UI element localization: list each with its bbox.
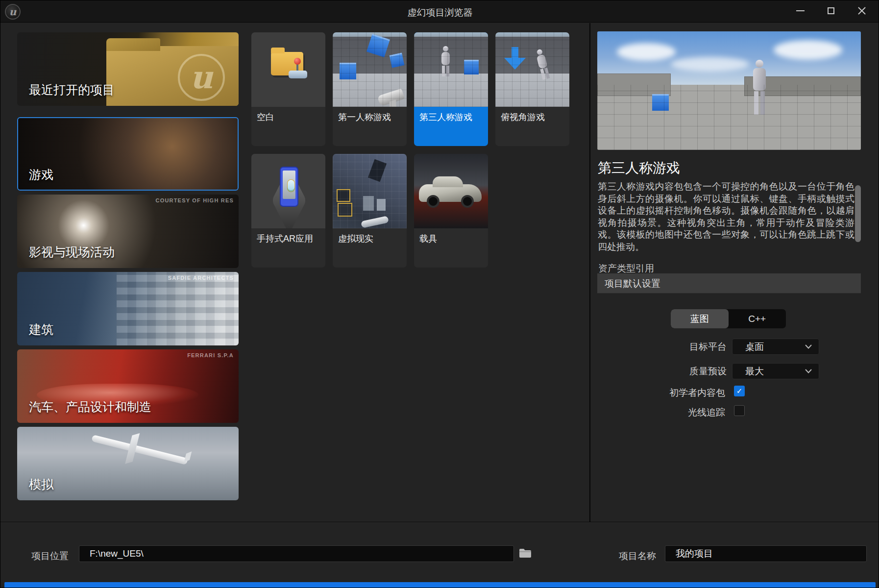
quality-preset-value: 最大 [732, 365, 805, 378]
project-name-input[interactable] [665, 545, 867, 562]
image-credit: COURTESY OF HIGH RES [156, 197, 234, 203]
template-label: 第三人称游戏 [414, 107, 488, 127]
project-defaults-header[interactable]: 项目默认设置 [597, 273, 861, 294]
sidebar-item-label: 影视与现场活动 [29, 244, 115, 260]
blueprint-toggle-button[interactable]: 蓝图 [671, 309, 729, 328]
project-name-label: 项目名称 [619, 550, 656, 563]
target-platform-select[interactable]: 桌面 [732, 339, 819, 355]
template-label: 第一人称游戏 [333, 107, 407, 127]
browse-folder-button[interactable] [518, 546, 533, 560]
raytracing-checkbox[interactable] [734, 405, 745, 416]
starter-content-checkbox[interactable]: ✓ [734, 386, 745, 396]
language-toggle: 蓝图 C++ [671, 309, 786, 328]
starter-content-label: 初学者内容包 [597, 387, 725, 399]
close-icon [857, 6, 866, 15]
sidebar-item-recent-projects[interactable]: u 最近打开的项目 [17, 32, 239, 106]
template-label: 俯视角游戏 [495, 107, 569, 127]
maximize-button[interactable] [820, 0, 842, 21]
template-card-first-person[interactable]: 第一人称游戏 [333, 32, 407, 146]
template-card-virtual-reality[interactable]: 虚拟现实 [333, 154, 407, 268]
first-person-scene-thumbnail [333, 32, 407, 107]
project-defaults-label: 项目默认设置 [597, 273, 861, 294]
template-description: 第三人称游戏内容包包含一个可操控的角色以及一台位于角色身后斜上方的摄像机。你可以… [598, 181, 855, 253]
panel-divider [589, 23, 590, 522]
chevron-down-icon [805, 369, 812, 373]
sidebar-item-label: 建筑 [29, 321, 53, 338]
chevron-down-icon [805, 344, 812, 349]
description-scrollbar[interactable] [855, 185, 861, 242]
template-card-vehicle[interactable]: 载具 [414, 154, 488, 268]
folder-icon [519, 548, 532, 559]
template-preview-image [597, 31, 861, 150]
target-platform-label: 目标平台 [597, 341, 727, 353]
airplane-image [91, 435, 188, 465]
titlebar: u 虚幻项目浏览器 [0, 0, 879, 23]
template-label: 空白 [251, 107, 325, 127]
unreal-project-browser-window: u 虚幻项目浏览器 u 最近打开的项目 游戏 COURTESY OF HIGH … [0, 0, 879, 588]
template-card-handheld-ar[interactable]: 手持式AR应用 [251, 154, 325, 268]
minimize-icon [796, 10, 805, 11]
sidebar-item-games[interactable]: 游戏 [17, 117, 239, 191]
sidebar-item-label: 汽车、产品设计和制造 [29, 399, 151, 415]
cpp-toggle-button[interactable]: C++ [729, 309, 786, 328]
asset-type-label: 资产类型引用 [598, 262, 745, 273]
image-credit: SAFDIE ARCHITECTS [168, 275, 234, 281]
project-location-input[interactable] [79, 545, 514, 562]
buildings-image [117, 272, 239, 345]
project-location-label: 项目位置 [31, 550, 69, 563]
sidebar-item-simulation[interactable]: 模拟 [17, 427, 239, 500]
template-card-blank[interactable]: 空白 [251, 32, 325, 146]
raytracing-label: 光线追踪 [597, 406, 725, 419]
template-label: 手持式AR应用 [251, 228, 325, 249]
template-card-third-person[interactable]: 第三人称游戏 [414, 32, 488, 146]
sidebar-item-label: 模拟 [29, 476, 53, 492]
unreal-watermark-icon: u [178, 54, 225, 101]
window-title: 虚幻项目浏览器 [0, 6, 879, 19]
template-label: 载具 [414, 228, 488, 249]
minimize-button[interactable] [789, 0, 811, 21]
sidebar-item-label: 最近打开的项目 [29, 82, 115, 98]
check-icon: ✓ [736, 387, 743, 395]
template-label: 虚拟现实 [333, 228, 407, 249]
top-down-scene-thumbnail [495, 32, 569, 107]
vehicle-car-thumbnail [414, 154, 488, 228]
blank-folder-joystick-icon [251, 32, 325, 107]
quality-preset-label: 质量预设 [597, 365, 727, 378]
bottom-accent-strip [4, 582, 876, 588]
sidebar-item-label: 游戏 [29, 167, 53, 183]
third-person-scene-thumbnail [414, 32, 488, 107]
footer-divider [0, 522, 879, 522]
virtual-reality-scene-thumbnail [333, 154, 407, 228]
target-platform-value: 桌面 [732, 341, 805, 353]
close-button[interactable] [851, 0, 873, 21]
template-card-top-down[interactable]: 俯视角游戏 [495, 32, 569, 146]
sidebar-item-architecture[interactable]: SAFDIE ARCHITECTS 建筑 [17, 272, 239, 345]
handheld-ar-phone-icon [251, 154, 325, 228]
image-credit: FERRARI S.P.A [187, 352, 234, 358]
sidebar-item-film-live-events[interactable]: COURTESY OF HIGH RES 影视与现场活动 [17, 195, 239, 268]
template-detail-title: 第三人称游戏 [598, 159, 680, 177]
maximize-icon [828, 7, 834, 14]
sidebar-item-automotive[interactable]: FERRARI S.P.A 汽车、产品设计和制造 [17, 349, 239, 423]
quality-preset-select[interactable]: 最大 [732, 363, 819, 379]
